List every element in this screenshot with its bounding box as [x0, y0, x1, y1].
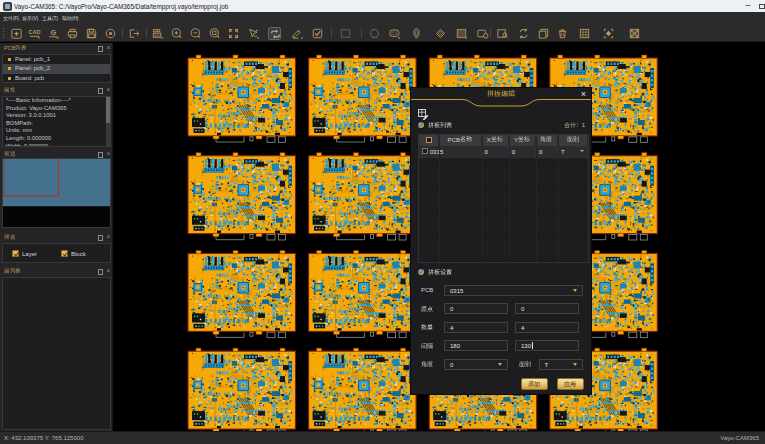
row-checkbox[interactable] — [422, 148, 428, 154]
export-icon[interactable] — [128, 27, 141, 40]
select-all-checkbox[interactable] — [426, 137, 432, 143]
filter-float-icon[interactable] — [96, 233, 104, 241]
layer-checkbox-row[interactable]: Layer — [12, 250, 37, 257]
zoom-in-icon[interactable] — [170, 27, 183, 40]
table-row[interactable]: 0315000T — [419, 146, 588, 158]
block-checkbox[interactable] — [61, 250, 68, 257]
pcb-list-item[interactable]: Board: pcb — [3, 74, 110, 83]
layer-checkbox[interactable] — [12, 250, 19, 257]
menu-bar: (F)(V)(T)(H) — [0, 12, 765, 24]
edit-draw-icon[interactable] — [291, 27, 304, 40]
side-dropdown-caret-icon[interactable] — [580, 150, 584, 152]
side-combo[interactable]: T — [539, 359, 584, 370]
delete-icon[interactable] — [556, 27, 569, 40]
maximize-button[interactable] — [759, 4, 765, 9]
table-header-cell[interactable]: X — [482, 135, 509, 146]
cad-import-icon[interactable]: CAD — [28, 27, 41, 40]
film-measure-icon[interactable] — [151, 27, 164, 40]
angle-label — [421, 361, 433, 367]
pcb-list: Panel: pcb_1Panel: pcb_2Board: pcb — [2, 54, 111, 83]
properties-scrollbar[interactable] — [106, 97, 110, 146]
spacing-y-input[interactable]: 130 — [515, 340, 579, 351]
probe-icon[interactable] — [247, 27, 260, 40]
panel-total-label: 1 — [564, 122, 585, 128]
board-outline-icon — [339, 27, 352, 40]
panel-grid-icon[interactable] — [628, 27, 641, 40]
edit-window-icon[interactable] — [418, 109, 429, 120]
copy-icon[interactable] — [537, 27, 550, 40]
block-checkbox-row[interactable]: Block — [61, 250, 86, 257]
spacing-label — [421, 343, 433, 349]
property-line: *----Basic Information----* — [3, 97, 110, 105]
property-line: Version: 3.0.0.1001 — [3, 112, 110, 120]
table-header-cell[interactable]: Y — [509, 135, 536, 146]
property-line: Width: 0.000000 — [3, 143, 110, 147]
pcb-list-item[interactable]: Panel: pcb_2 — [3, 64, 110, 73]
toolbar-separator — [490, 28, 491, 38]
fit-view-icon[interactable] — [227, 27, 240, 40]
spacing-x-input[interactable]: 180 — [444, 340, 508, 351]
new-board-icon[interactable] — [10, 27, 23, 40]
minimize-button[interactable]: – — [741, 0, 755, 12]
gerber-import-icon[interactable]: G — [47, 27, 60, 40]
pcb-list-float-icon[interactable] — [96, 44, 104, 52]
pcb-combo[interactable]: 0315 — [444, 285, 583, 296]
pcb-list-item[interactable]: Panel: pcb_1 — [3, 55, 110, 64]
table-grid-line — [482, 135, 483, 263]
print-icon[interactable] — [66, 27, 79, 40]
check-tool-icon[interactable] — [311, 27, 324, 40]
menu-item-view[interactable]: (V) — [22, 12, 38, 24]
table-grid-icon[interactable] — [578, 27, 591, 40]
dialog-title-bar[interactable]: × — [411, 88, 591, 107]
fit-diamond-icon[interactable] — [602, 27, 615, 40]
filter-panel-title — [4, 232, 15, 242]
table-header-cell[interactable] — [558, 135, 589, 146]
table-cell: 0315 — [429, 146, 482, 158]
toolbar-drag-handle[interactable] — [2, 27, 5, 39]
circle-tool-icon — [368, 27, 381, 40]
filled-rect-icon[interactable] — [455, 27, 468, 40]
dialog-close-icon[interactable]: × — [581, 90, 586, 99]
angle-combo[interactable]: 0 — [444, 359, 508, 370]
layer-list-content — [2, 277, 111, 430]
table-grid-line — [419, 181, 588, 182]
layer-checkbox-label: Layer — [22, 251, 37, 257]
layer-list-float-icon[interactable] — [96, 267, 104, 275]
save-icon[interactable] — [85, 27, 98, 40]
pcb-list-close-icon[interactable]: × — [105, 44, 113, 52]
properties-float-icon[interactable] — [96, 86, 104, 94]
apply-button[interactable] — [557, 378, 584, 390]
count-y-input[interactable]: 4 — [515, 322, 579, 333]
inspect-rect-icon[interactable] — [496, 27, 509, 40]
filter-close-icon[interactable]: × — [105, 233, 113, 241]
section-bullet-icon — [418, 269, 424, 275]
rect-badge-icon[interactable] — [476, 27, 489, 40]
origin-y-input[interactable]: 0 — [515, 303, 579, 314]
origin-x-input[interactable]: 0 — [444, 303, 508, 314]
pcb-combo-label: PCB — [421, 287, 433, 293]
menu-item-help[interactable]: (H) — [62, 12, 78, 24]
table-grid-line — [558, 135, 559, 263]
svg-text:G: G — [51, 28, 57, 37]
zoom-selection-icon[interactable] — [208, 27, 221, 40]
diamond-icon[interactable] — [434, 27, 447, 40]
record-icon[interactable] — [104, 27, 117, 40]
add-button[interactable] — [521, 378, 548, 390]
menu-item-file[interactable]: (F) — [3, 12, 19, 24]
count-x-input[interactable]: 4 — [444, 322, 508, 333]
layer-list-close-icon[interactable]: × — [105, 267, 113, 275]
panelize-icon[interactable] — [268, 27, 281, 40]
obround-icon[interactable] — [388, 27, 401, 40]
table-grid-line — [419, 217, 588, 218]
shield-pad-icon[interactable] — [410, 27, 423, 40]
block-checkbox-label: Block — [71, 251, 86, 257]
properties-close-icon[interactable]: × — [105, 86, 113, 94]
swap-icon[interactable] — [517, 27, 530, 40]
zoom-out-icon[interactable] — [189, 27, 202, 40]
table-header-cell[interactable]: PCB — [439, 135, 482, 146]
pcb-list-panel-header: PCB × — [0, 43, 113, 53]
preview-content — [2, 158, 111, 228]
table-cell: 0 — [482, 146, 509, 158]
table-header-cell[interactable] — [536, 135, 558, 146]
menu-item-tools[interactable]: (T) — [42, 12, 58, 24]
